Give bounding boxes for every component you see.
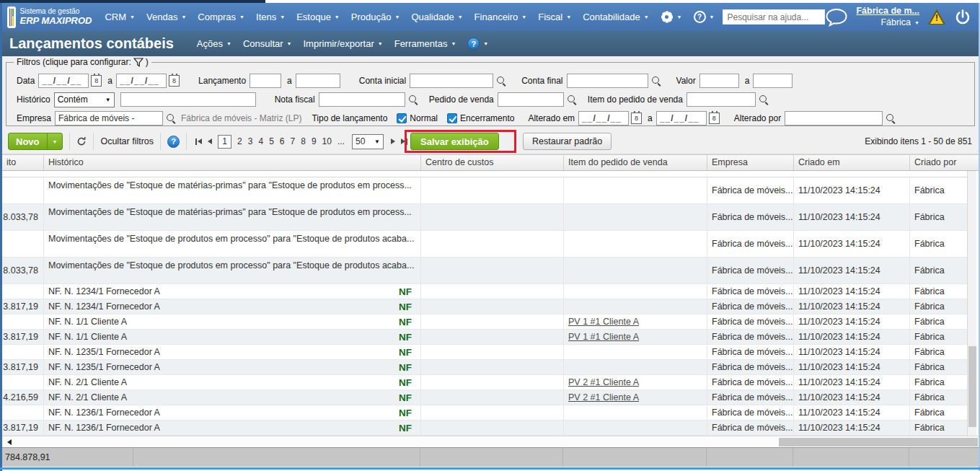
calendar-icon[interactable]: 8 xyxy=(91,75,102,87)
table-row[interactable]: 3.817,19NF. N. 1234/1 Fornecedor ANFFábr… xyxy=(2,299,968,314)
menu-itens[interactable]: Itens▼ xyxy=(250,12,291,22)
column-header-historico[interactable]: Histórico xyxy=(43,155,420,170)
valor-inicio-input[interactable] xyxy=(699,74,739,88)
page-10[interactable]: 10 xyxy=(322,136,332,146)
table-row[interactable]: NF. N. 2/1 Cliente ANFPV 2 #1 Cliente AF… xyxy=(2,375,968,390)
page-2[interactable]: 2 xyxy=(237,136,242,146)
next-page-button[interactable] xyxy=(391,138,395,144)
menu-qualidade[interactable]: Qualidade▼ xyxy=(405,12,468,22)
calendar-icon[interactable]: 8 xyxy=(709,113,720,124)
column-header-item-do-pedido-de-venda[interactable]: Item do pedido de venda xyxy=(563,155,707,170)
page-menu-ferramentas[interactable]: Ferramentas▼ xyxy=(389,38,462,49)
lancamento-fim-input[interactable] xyxy=(296,74,340,88)
table-row[interactable]: 4.216,59NF. N. 2/1 Cliente ANFPV 2 #1 Cl… xyxy=(2,390,968,405)
nf-badge[interactable]: NF xyxy=(399,286,412,297)
page-1[interactable]: 1 xyxy=(218,135,231,149)
menu-contabilidade[interactable]: Contabilidade▼ xyxy=(577,12,654,22)
vertical-scrollbar[interactable] xyxy=(967,171,976,436)
account-company-switcher[interactable]: Fábrica ▼ xyxy=(856,17,919,29)
prev-page-button[interactable] xyxy=(208,138,212,144)
menu-estoque[interactable]: Estoque▼ xyxy=(291,12,345,22)
chat-icon[interactable] xyxy=(825,8,848,27)
restaurar-padrao-button[interactable]: Restaurar padrão xyxy=(523,133,612,150)
calendar-icon[interactable]: 8 xyxy=(169,75,180,87)
horizontal-scrollbar-thumb[interactable] xyxy=(779,438,978,446)
column-header-empresa[interactable]: Empresa xyxy=(707,155,793,170)
search-icon[interactable] xyxy=(407,94,419,105)
search-icon[interactable] xyxy=(165,113,177,124)
warning-icon[interactable]: ! xyxy=(927,9,946,25)
empresa-input[interactable] xyxy=(55,111,163,126)
alterado-por-input[interactable] xyxy=(785,111,883,126)
refresh-button[interactable] xyxy=(70,133,94,150)
toolbar-help-button[interactable]: ? xyxy=(161,133,186,150)
page-5[interactable]: 5 xyxy=(269,136,274,146)
nf-badge[interactable]: NF xyxy=(399,332,412,343)
horizontal-scrollbar[interactable] xyxy=(2,436,979,447)
settings-menu[interactable]: ▼ xyxy=(655,11,688,24)
power-icon[interactable] xyxy=(954,9,971,26)
search-icon[interactable] xyxy=(885,113,896,124)
app-logo[interactable] xyxy=(7,6,16,28)
menu-crm[interactable]: CRM▼ xyxy=(99,12,141,22)
table-row[interactable]: 8.033,78Movimentações de "Estoque de mat… xyxy=(2,204,968,231)
normal-checkbox[interactable] xyxy=(397,113,407,123)
last-page-button[interactable] xyxy=(401,138,407,145)
column-header-criado-por[interactable]: Criado por xyxy=(909,155,968,170)
table-row[interactable]: 3.817,19NF. N. 1/1 Cliente ANFPV 1 #1 Cl… xyxy=(2,330,968,345)
table-row[interactable]: NF. N. 1235/1 Fornecedor ANFFábrica de m… xyxy=(2,345,968,360)
pedido-venda-input[interactable] xyxy=(498,92,564,107)
menu-compras[interactable]: Compras▼ xyxy=(192,12,250,22)
nf-badge[interactable]: NF xyxy=(399,347,412,358)
account-link[interactable]: Fábrica de m... xyxy=(856,6,919,17)
nf-badge[interactable]: NF xyxy=(399,317,412,327)
search-icon[interactable] xyxy=(495,75,507,87)
search-icon[interactable] xyxy=(650,75,662,87)
lancamento-inicio-input[interactable] xyxy=(250,74,281,88)
page-3[interactable]: 3 xyxy=(248,136,253,146)
search-icon[interactable] xyxy=(566,94,578,105)
nf-badge[interactable]: NF xyxy=(399,301,412,312)
page-size-select[interactable]: 50 ▼ xyxy=(352,134,384,149)
page-menu-imprimir-exportar[interactable]: Imprimir/exportar▼ xyxy=(298,38,389,49)
nf-badge[interactable]: NF xyxy=(399,408,412,418)
pv-link[interactable]: PV 1 #1 Cliente A xyxy=(568,332,639,342)
salvar-exibicao-button[interactable]: Salvar exibição xyxy=(410,133,499,150)
scroll-left-arrow[interactable] xyxy=(7,439,12,445)
page-8[interactable]: 8 xyxy=(301,136,306,146)
page-menu-acoes[interactable]: Ações▼ xyxy=(191,38,237,49)
menu-vendas[interactable]: Vendas▼ xyxy=(141,12,192,22)
nf-badge[interactable]: NF xyxy=(399,423,412,433)
nf-badge[interactable]: NF xyxy=(399,377,412,388)
menu-producao[interactable]: Produção▼ xyxy=(345,12,406,22)
search-icon[interactable] xyxy=(758,94,769,105)
menu-financeiro[interactable]: Financeiro▼ xyxy=(469,12,533,22)
historico-input[interactable] xyxy=(120,92,256,107)
nota-fiscal-input[interactable] xyxy=(319,92,405,107)
data-inicio-input[interactable] xyxy=(38,74,89,88)
vertical-scrollbar-thumb[interactable] xyxy=(968,346,976,427)
ocultar-filtros-button[interactable]: Ocultar filtros xyxy=(94,133,161,150)
historico-operator-select[interactable]: Contém ▼ xyxy=(54,92,115,107)
help-search-input[interactable] xyxy=(723,9,825,25)
nf-badge[interactable]: NF xyxy=(399,362,412,373)
menu-fiscal[interactable]: Fiscal▼ xyxy=(532,12,577,22)
chevron-down-icon[interactable]: ▼ xyxy=(47,133,63,149)
filters-legend[interactable]: Filtros (clique para configurar: ) xyxy=(14,57,151,67)
page-9[interactable]: 9 xyxy=(312,136,317,146)
table-row[interactable]: 3.817,19NF. N. 1236/1 Fornecedor ANFFábr… xyxy=(2,421,968,436)
first-page-button[interactable] xyxy=(195,138,202,145)
pv-link[interactable]: PV 2 #1 Cliente A xyxy=(568,392,639,402)
data-fim-input[interactable] xyxy=(116,74,167,88)
table-row[interactable]: 8.033,78Movimentações de "Estoque de pro… xyxy=(2,257,968,284)
table-row[interactable]: NF. N. 1234/1 Fornecedor ANFFábrica de m… xyxy=(2,284,968,299)
pv-link[interactable]: PV 1 #1 Cliente A xyxy=(568,317,639,327)
encerramento-checkbox[interactable] xyxy=(447,113,457,123)
table-row[interactable]: NF. N. 1/1 Cliente ANFPV 1 #1 Cliente AF… xyxy=(2,314,968,330)
alterado-em-inicio-input[interactable] xyxy=(578,111,629,126)
item-pedido-input[interactable] xyxy=(687,92,756,107)
column-header-ito[interactable]: ito xyxy=(2,155,43,170)
table-row[interactable]: 3.817,19NF. N. 1235/1 Fornecedor ANFFábr… xyxy=(2,360,968,375)
page-help-menu[interactable]: ? ▼ xyxy=(462,38,494,50)
page-7[interactable]: 7 xyxy=(291,136,296,146)
